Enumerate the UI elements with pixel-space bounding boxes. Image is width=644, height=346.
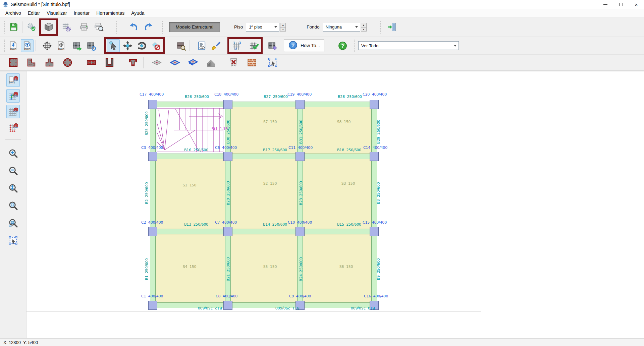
view-3d-button[interactable]	[42, 20, 55, 34]
print-icon	[79, 22, 89, 32]
menu-archivo[interactable]: Archivo	[2, 9, 24, 17]
fondo-spinner[interactable]: ▲▼	[361, 23, 367, 32]
drawing-canvas[interactable]: C17 400/400C18 400/400C19 400/400C20 400…	[26, 71, 644, 338]
column-circular-section-button[interactable]	[60, 56, 75, 69]
column-marker[interactable]	[296, 227, 305, 236]
erase-tool-button[interactable]	[149, 39, 162, 52]
delete-member-button[interactable]	[226, 56, 241, 69]
stairs-button[interactable]	[204, 56, 218, 69]
format-painter-button[interactable]	[209, 39, 222, 52]
window-controls: ×	[598, 0, 644, 9]
select-rectangle-button[interactable]	[6, 234, 20, 247]
beam-label: B1 250/600	[145, 258, 149, 280]
select-region-button[interactable]	[265, 56, 280, 69]
zoom-window-button[interactable]	[6, 199, 20, 212]
menu-editar[interactable]: Editar	[24, 9, 44, 17]
redo-button[interactable]	[142, 20, 155, 34]
maximize-button[interactable]	[613, 0, 629, 9]
column-marker[interactable]	[223, 152, 232, 161]
print-button[interactable]	[77, 20, 91, 34]
move-element-button[interactable]	[121, 39, 134, 52]
beam-vertical[interactable]	[150, 102, 156, 308]
column-t-section-button[interactable]	[42, 56, 57, 69]
slab-edge-button[interactable]	[167, 56, 182, 69]
building-search-button[interactable]	[175, 39, 187, 52]
beam-label: B16 250/600	[184, 148, 208, 152]
beam-horizontal[interactable]	[150, 229, 377, 234]
grid-settings-button[interactable]	[59, 20, 73, 34]
minimize-button[interactable]	[598, 0, 613, 9]
print-preview-button[interactable]	[92, 20, 105, 34]
annotation-box-edit-tools	[104, 37, 165, 54]
column-rect-section-button[interactable]	[6, 56, 20, 69]
grid-numbering-button[interactable]: 132	[230, 39, 243, 52]
inclined-slab-button[interactable]	[185, 56, 200, 69]
piso-spinner[interactable]: ▲▼	[280, 23, 286, 32]
beam-button[interactable]	[125, 56, 140, 69]
beam-horizontal[interactable]	[150, 102, 377, 107]
slab-border-icon	[170, 58, 180, 67]
column-l-section-button[interactable]	[24, 56, 39, 69]
column-marker[interactable]	[370, 227, 379, 236]
select-cursor-button[interactable]	[107, 39, 120, 52]
transform-dwg-button[interactable]: DWG	[55, 39, 67, 52]
grid-check-button[interactable]	[247, 39, 260, 52]
zoom-selection-button[interactable]	[6, 216, 20, 230]
zoom-extents-button[interactable]	[6, 181, 20, 195]
settings-button[interactable]	[24, 20, 38, 34]
snap-grid-button[interactable]	[6, 105, 20, 118]
rotate-element-button[interactable]	[135, 39, 148, 52]
grid-move-button[interactable]	[41, 39, 53, 52]
infill-wall-button[interactable]	[244, 56, 259, 69]
help-button[interactable]: ?	[336, 39, 349, 52]
wall-button[interactable]	[84, 56, 99, 69]
menu-ayuda[interactable]: Ayuda	[128, 9, 148, 17]
column-label: C15 400/400	[363, 221, 387, 224]
how-to-button[interactable]: ?How To...	[284, 39, 324, 52]
import-dwg-button[interactable]: DWG	[7, 39, 19, 52]
beam-horizontal[interactable]	[150, 302, 377, 308]
view-dwg-button[interactable]: DWG	[21, 39, 34, 52]
beam-horizontal[interactable]	[150, 154, 377, 159]
spin-up-icon[interactable]: ▲	[280, 23, 286, 27]
building-refresh-button[interactable]	[85, 39, 98, 52]
snap-dwg-button[interactable]: DWG	[6, 73, 20, 87]
toolbar-separator	[190, 40, 190, 51]
view-mode-select[interactable]: Ver Todo	[358, 41, 459, 50]
spin-down-icon[interactable]: ▼	[361, 27, 367, 32]
column-marker[interactable]	[148, 100, 157, 109]
undo-button[interactable]	[127, 20, 140, 34]
save-button[interactable]	[7, 20, 20, 34]
report-button[interactable]	[195, 39, 208, 52]
column-marker[interactable]	[370, 100, 379, 109]
column-marker[interactable]	[223, 100, 232, 109]
core-wall-button[interactable]	[102, 56, 117, 69]
snap-line-button[interactable]	[6, 89, 20, 103]
exit-button[interactable]	[385, 20, 399, 34]
menu-insertar[interactable]: Insertar	[70, 9, 93, 17]
column-marker[interactable]	[148, 301, 157, 310]
menu-herramientas[interactable]: Herramientas	[93, 9, 128, 17]
menu-visualizar[interactable]: Visualizar	[43, 9, 70, 17]
column-marker[interactable]	[223, 227, 232, 236]
column-marker[interactable]	[296, 100, 305, 109]
grid-numbering-icon: 132	[232, 41, 241, 51]
slab-button[interactable]	[149, 56, 164, 69]
column-marker[interactable]	[296, 152, 305, 161]
snap-point-button[interactable]	[6, 121, 20, 134]
column-marker[interactable]	[148, 227, 157, 236]
zoom-in-button[interactable]	[6, 147, 20, 160]
piso-select[interactable]: 1º piso	[246, 23, 279, 32]
fondo-select[interactable]: Ninguna	[323, 23, 360, 32]
column-marker[interactable]	[148, 152, 157, 161]
zoom-out-button[interactable]	[6, 164, 20, 177]
column-marker[interactable]	[370, 152, 379, 161]
building-export-button[interactable]	[71, 39, 84, 52]
column-label: C14 400/400	[363, 146, 387, 150]
building-info-button[interactable]	[266, 39, 279, 52]
close-button[interactable]: ×	[629, 0, 644, 9]
modelo-estructural-button[interactable]: Modelo Estructural	[169, 22, 220, 32]
spin-up-icon[interactable]: ▲	[361, 23, 367, 27]
spin-down-icon[interactable]: ▼	[280, 27, 286, 32]
column-marker[interactable]	[223, 301, 232, 310]
